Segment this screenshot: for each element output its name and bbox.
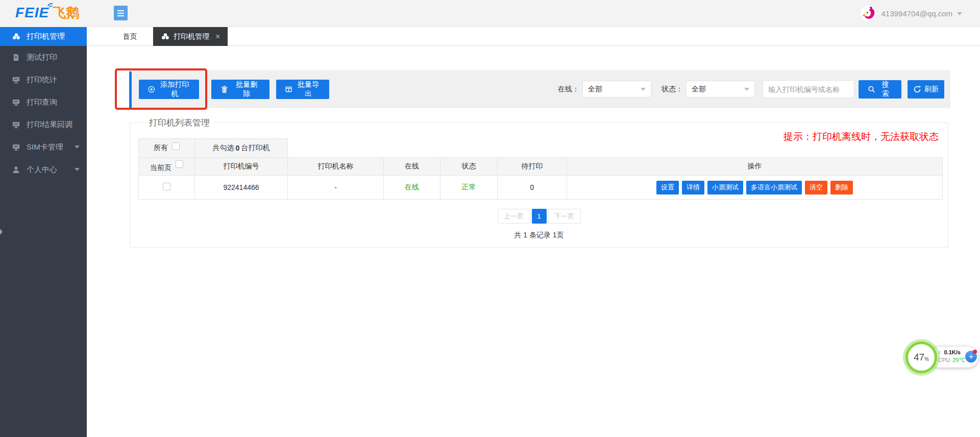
wifi-arcs-icon [46,2,55,8]
refresh-button-label: 刷新 [924,85,939,94]
feie-logo: FEIE 飞鹅 [15,5,79,20]
toolbar: 添加打印机 批量删除 批量导出 在线： 全部 状态： 全部 搜索 刷新 [129,70,950,108]
printer-icon [12,33,20,40]
online-filter-label: 在线： [558,85,579,94]
cpu-label: CPU [938,356,950,364]
tab-printer-management[interactable]: 打印机管理 × [153,27,228,46]
sidebar-item-label: SIM卡管理 [27,142,63,152]
sidebar-collapse-handle[interactable] [0,229,3,235]
header-actions: 操作 [567,158,943,176]
selected-suffix: 台打印机 [241,143,270,153]
header-page-select-label: 当前页 [150,163,172,172]
receipt-test-button[interactable]: 小票测试 [707,181,743,195]
user-menu[interactable]: 413994704@qq.com [860,0,963,27]
upload-speed: 0.1K/s [944,349,961,356]
header-page-select: 当前页 [139,158,195,176]
status-filter-label: 状态： [662,85,683,94]
status-filter-select[interactable]: 全部 [686,81,755,98]
cpu-usage-ring[interactable]: 47 % [905,342,937,373]
monitor-icon [12,121,20,129]
chevron-down-icon [75,145,80,149]
user-email: 413994704@qq.com [881,9,953,18]
select-all-checkbox[interactable] [172,142,180,150]
selected-count: 0 [236,144,240,152]
chevron-down-icon [957,12,962,15]
cpu-percent-value: 47 [914,352,924,363]
tab-bar: 首页 打印机管理 × [87,27,980,46]
add-printer-label: 添加打印机 [160,80,190,99]
current-page-button[interactable]: 1 [532,209,547,224]
sidebar-item-label: 测试打印 [27,53,57,62]
delete-button[interactable]: 删除 [830,181,853,195]
sidebar-item-label: 打印统计 [27,75,57,85]
details-button[interactable]: 详情 [682,181,704,195]
clear-button[interactable]: 清空 [805,181,827,195]
tab-home[interactable]: 首页 [107,27,153,46]
search-button-label: 搜索 [878,80,892,99]
monitor-icon [12,143,20,151]
record-summary: 共 1 条记录 1页 [130,231,948,240]
sidebar: 打印机管理 测试打印 打印统计 打印查询 打印结果回调 SIM卡管理 个人中心 [0,27,87,437]
cpu-temperature: 29℃ [952,356,965,364]
close-icon[interactable]: × [215,32,220,41]
tab-home-label: 首页 [123,32,137,41]
user-icon [12,166,20,174]
refresh-icon [913,85,921,93]
batch-export-button[interactable]: 批量导出 [276,80,329,99]
prev-page-button[interactable]: 上一页 [498,209,530,224]
add-printer-button[interactable]: 添加打印机 [139,80,199,99]
plus-circle-icon [148,85,155,93]
filter-group: 在线： 全部 状态： 全部 搜索 刷新 [558,80,950,99]
cell-sn: 922414466 [195,176,288,200]
sidebar-item-sim-management[interactable]: SIM卡管理 [0,136,87,158]
sidebar-item-print-stats[interactable]: 打印统计 [0,68,87,91]
cell-online: 在线 [384,176,440,200]
online-filter-select[interactable]: 全部 [582,81,651,98]
logo-text-cn: 飞鹅 [53,5,79,20]
sidebar-item-label: 打印结果回调 [27,120,72,130]
select-page-checkbox[interactable] [176,160,183,168]
sidebar-item-print-query[interactable]: 打印查询 [0,91,87,113]
status-filter-value: 全部 [692,85,706,94]
sidebar-toggle-button[interactable] [114,6,128,20]
sidebar-item-printer-management[interactable]: 打印机管理 [0,27,87,46]
search-input[interactable] [763,80,854,98]
top-header: FEIE 飞鹅 413994704@qq.com [0,0,980,27]
settings-button[interactable]: 设置 [656,181,679,195]
sidebar-item-personal-center[interactable]: 个人中心 [0,158,87,181]
chevron-down-icon [75,168,80,171]
trash-icon [220,85,228,93]
chevron-down-icon [641,88,646,91]
export-grid-icon [285,85,292,93]
row-checkbox[interactable] [163,183,170,190]
printer-list-panel: 打印机列表管理 提示：打印机离线时，无法获取状态 所有 共勾选 0 台打印机 当… [130,123,948,248]
sidebar-item-test-print[interactable]: 测试打印 [0,46,87,68]
multilang-receipt-test-button[interactable]: 多语言小票测试 [746,181,802,195]
file-icon [12,54,20,61]
cell-status: 正常 [440,176,498,200]
upload-arrow-icon: ↑ [938,349,941,356]
batch-delete-button[interactable]: 批量删除 [211,80,270,99]
monitor-stats: ↑ 0.1K/s CPU 29℃ [938,349,969,364]
row-actions: 设置 详情 小票测试 多语言小票测试 清空 删除 [567,181,942,195]
monitor-icon [12,99,20,106]
select-all-bar: 所有 共勾选 0 台打印机 [138,138,288,158]
selected-summary: 共勾选 0 台打印机 [195,139,287,157]
batch-export-label: 批量导出 [297,80,320,99]
header-online: 在线 [384,158,440,176]
logo-text-en: FEIE [15,5,49,20]
tab-active-label: 打印机管理 [174,32,209,41]
cell-name: - [288,176,384,200]
refresh-button[interactable]: 刷新 [908,80,944,99]
monitor-icon [12,76,20,84]
search-button[interactable]: 搜索 [859,80,901,99]
sidebar-item-label: 打印查询 [27,98,57,107]
avatar [860,5,877,22]
next-page-button[interactable]: 下一页 [548,209,581,224]
header-status: 状态 [440,158,498,176]
printer-icon [161,33,169,40]
sidebar-item-print-callback[interactable]: 打印结果回调 [0,113,87,136]
printer-table: 当前页 打印机编号 打印机名称 在线 状态 待打印 操作 922414466 -… [138,157,943,200]
search-icon [868,85,875,93]
chevron-down-icon [744,88,749,91]
